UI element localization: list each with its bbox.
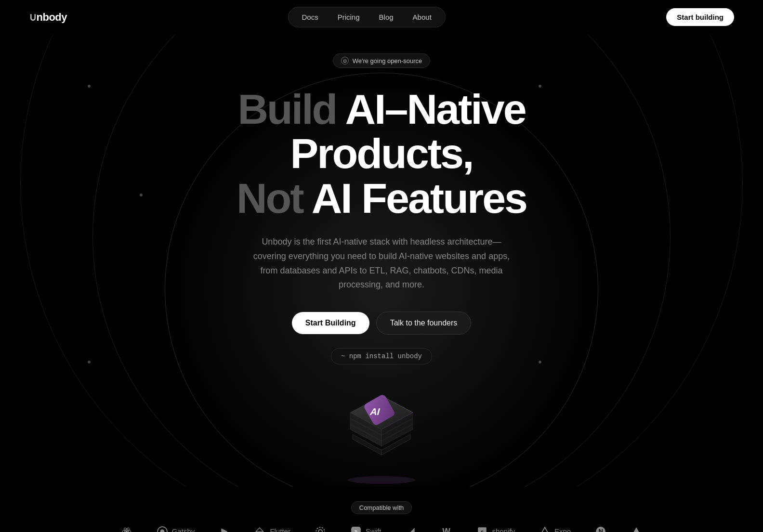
hero-buttons: Start Building Talk to the founders	[10, 311, 753, 335]
svg-point-23	[160, 530, 164, 532]
gatsby-icon	[157, 526, 168, 532]
compatible-badge: Compatible with	[351, 501, 412, 514]
hero-title-dim-2: Not	[237, 174, 312, 222]
swift-label: Swift	[366, 527, 382, 532]
flutter-label: Flutter	[270, 527, 290, 532]
hero-section: ⊙ We're going open-source Build AI–Nativ…	[0, 34, 763, 487]
compatible-logos-row: Gatsby Flutter	[0, 526, 763, 532]
svg-marker-35	[540, 527, 549, 532]
logo-gatsby: Gatsby	[157, 526, 195, 532]
logo-webflow: W	[441, 526, 452, 532]
svg-marker-31	[408, 528, 415, 532]
svg-text:W: W	[443, 526, 451, 532]
ai-cube-illustration: AI	[333, 379, 430, 487]
gear-icon	[315, 526, 326, 532]
hero-subtitle: Unbody is the first AI-native stack with…	[247, 235, 516, 292]
hero-title: Build AI–Native Products, Not AI Feature…	[165, 87, 598, 221]
open-source-badge: ⊙ We're going open-source	[333, 53, 431, 68]
svg-marker-24	[222, 528, 228, 532]
hero-title-dim-1: Build	[237, 85, 345, 133]
nav-link-blog[interactable]: Blog	[370, 10, 402, 24]
directus-icon	[219, 526, 230, 532]
svg-point-27	[318, 530, 322, 532]
logo-arrow	[405, 526, 417, 532]
cube-svg: AI	[333, 379, 430, 485]
compatible-text: Compatible with	[359, 504, 404, 511]
expo-label: Expo	[554, 527, 571, 532]
shopify-label: shopify	[492, 527, 515, 532]
nav-link-about[interactable]: About	[404, 10, 440, 24]
shopify-icon: S	[476, 526, 488, 532]
react-icon	[121, 526, 132, 532]
open-source-icon: ⊙	[341, 57, 349, 65]
compatible-header: Compatible with	[0, 501, 763, 526]
logo: ∪nbody	[29, 11, 67, 24]
nextjs-icon: N	[595, 526, 606, 532]
expo-icon	[539, 526, 551, 532]
logo-react	[121, 526, 132, 532]
nuxt-icon	[631, 526, 642, 532]
open-source-text: We're going open-source	[353, 57, 422, 65]
logo-nextjs: N	[595, 526, 606, 532]
compatible-section: Compatible with Gatsby	[0, 487, 763, 532]
arrow-icon	[405, 526, 417, 532]
talk-founders-button[interactable]: Talk to the founders	[376, 311, 472, 335]
npm-command: ~ npm install unbody	[331, 348, 432, 364]
svg-text:S: S	[481, 530, 484, 532]
logo-expo: Expo	[539, 526, 571, 532]
svg-text:N: N	[599, 528, 604, 532]
logo-swift: S Swift	[350, 526, 382, 532]
swift-icon: S	[350, 526, 362, 532]
webflow-icon: W	[441, 526, 452, 532]
start-building-hero-button[interactable]: Start Building	[292, 312, 369, 334]
svg-text:S: S	[355, 529, 357, 532]
logo-nuxt	[631, 526, 642, 532]
logo-gear	[315, 526, 326, 532]
hero-content: ⊙ We're going open-source Build AI–Nativ…	[10, 53, 753, 487]
navbar: ∪nbody Docs Pricing Blog About Start bui…	[0, 0, 763, 34]
flutter-icon	[254, 526, 266, 532]
start-building-button[interactable]: Start building	[666, 8, 734, 26]
svg-point-17	[348, 476, 415, 484]
svg-marker-38	[631, 527, 641, 532]
nav-links-container: Docs Pricing Blog About	[288, 7, 446, 27]
logo-directus	[219, 526, 230, 532]
logo-shopify: S shopify	[476, 526, 515, 532]
nav-link-pricing[interactable]: Pricing	[329, 10, 368, 24]
logo-flutter: Flutter	[254, 526, 290, 532]
nav-link-docs[interactable]: Docs	[293, 10, 327, 24]
gatsby-label: Gatsby	[172, 527, 195, 532]
hero-title-bright-2: AI Features	[312, 174, 526, 222]
